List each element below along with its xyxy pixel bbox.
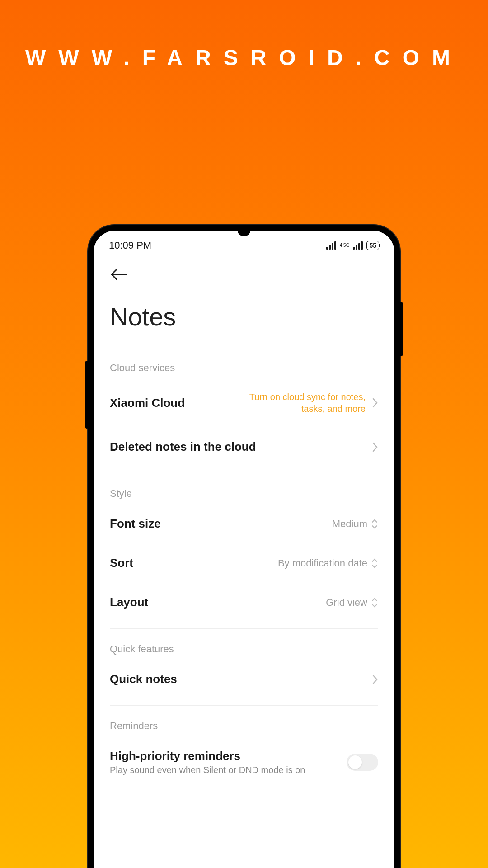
row-value: Grid view (326, 597, 367, 609)
updown-icon (371, 597, 378, 608)
signal-icon (326, 241, 336, 250)
section-header-quick: Quick features (110, 635, 378, 660)
updown-icon (371, 519, 378, 529)
row-layout[interactable]: Layout Grid view (110, 583, 378, 622)
settings-content: Notes Cloud services Xiaomi Cloud Turn o… (94, 255, 394, 858)
row-font-size[interactable]: Font size Medium (110, 504, 378, 543)
section-divider (110, 628, 378, 629)
status-right-cluster: 4.5G 55 (326, 241, 379, 250)
chevron-right-icon (372, 442, 378, 453)
section-divider (110, 705, 378, 706)
row-xiaomi-cloud[interactable]: Xiaomi Cloud Turn on cloud sync for note… (110, 378, 378, 427)
row-deleted-notes[interactable]: Deleted notes in the cloud (110, 427, 378, 467)
row-value: By modification date (278, 557, 367, 569)
phone-screen: 10:09 PM 4.5G 55 Notes Cloud services Xi… (94, 231, 394, 868)
row-title: Quick notes (110, 672, 177, 686)
row-sort[interactable]: Sort By modification date (110, 543, 378, 583)
chevron-right-icon (372, 397, 378, 408)
back-icon[interactable] (110, 268, 128, 281)
row-title: Xiaomi Cloud (110, 396, 185, 410)
signal-icon-2 (353, 241, 363, 250)
section-header-cloud: Cloud services (110, 354, 378, 378)
row-title: High-priority reminders (110, 749, 305, 763)
section-header-style: Style (110, 480, 378, 504)
watermark-text: WWW.FARSROID.COM (0, 45, 488, 70)
row-high-priority[interactable]: High-priority reminders Play sound even … (110, 736, 378, 788)
page-title: Notes (110, 288, 378, 354)
row-quick-notes[interactable]: Quick notes (110, 660, 378, 699)
network-type: 4.5G (340, 243, 350, 248)
row-accent-text: Turn on cloud sync for notes, tasks, and… (239, 391, 366, 415)
row-subtitle: Play sound even when Silent or DND mode … (110, 765, 305, 775)
row-title: Font size (110, 517, 161, 531)
phone-frame: 10:09 PM 4.5G 55 Notes Cloud services Xi… (88, 225, 400, 868)
row-value: Medium (332, 518, 367, 530)
row-title: Layout (110, 595, 148, 609)
updown-icon (371, 558, 378, 569)
chevron-right-icon (372, 674, 378, 685)
navigation-bar (94, 858, 394, 868)
toggle-switch[interactable] (347, 754, 378, 771)
section-divider (110, 473, 378, 473)
status-time: 10:09 PM (109, 240, 151, 251)
row-title: Deleted notes in the cloud (110, 440, 256, 454)
row-title: Sort (110, 556, 133, 570)
battery-indicator: 55 (366, 241, 379, 250)
section-header-reminders: Reminders (110, 712, 378, 736)
